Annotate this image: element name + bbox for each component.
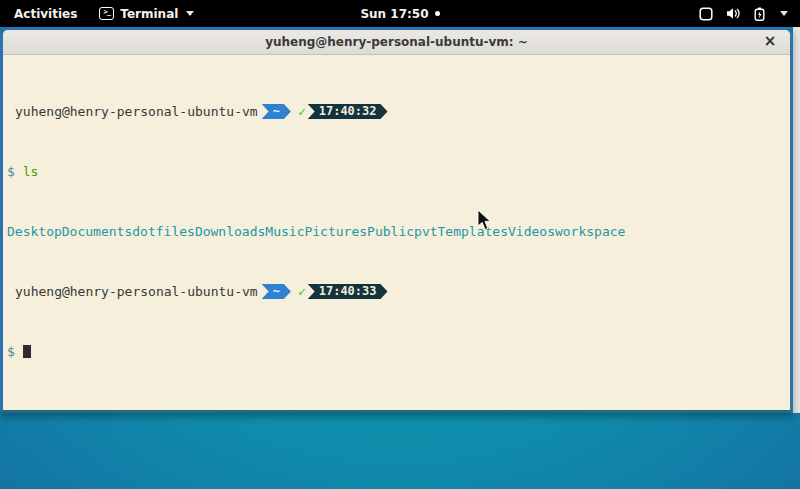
terminal-window: yuheng@henry-personal-ubuntu-vm: ~ × yuh… xyxy=(0,27,793,413)
prompt-line: yuheng@henry-personal-ubuntu-vm~✓17:40:3… xyxy=(7,104,786,119)
ls-entry: Music xyxy=(265,224,304,239)
prompt-time: 17:40:32 xyxy=(319,104,377,119)
ls-entry: Documents xyxy=(62,224,132,239)
command-line: $ ls xyxy=(7,164,786,179)
screen-icon xyxy=(699,7,713,21)
volume-icon xyxy=(726,7,741,20)
ls-entry: Templates xyxy=(438,224,508,239)
scrollbar[interactable] xyxy=(793,27,800,413)
prompt-cwd-segment: ~ xyxy=(262,104,291,119)
ls-entry: Desktop xyxy=(7,224,62,239)
window-title: yuheng@henry-personal-ubuntu-vm: ~ xyxy=(265,35,528,49)
close-button[interactable]: × xyxy=(760,31,780,51)
prompt-symbol: $ xyxy=(7,164,15,179)
app-indicator-label: Terminal xyxy=(120,7,178,21)
ls-entry: Downloads xyxy=(195,224,265,239)
prompt-time-segment: 17:40:32 xyxy=(308,104,388,119)
prompt-user-host: yuheng@henry-personal-ubuntu-vm xyxy=(15,284,258,299)
ls-entry: pvt xyxy=(414,224,437,239)
terminal-cursor xyxy=(23,345,31,358)
terminal-screen[interactable]: yuheng@henry-personal-ubuntu-vm~✓17:40:3… xyxy=(3,55,790,410)
status-check-icon: ✓ xyxy=(298,104,306,119)
ls-entry: Pictures xyxy=(304,224,367,239)
ls-entry: dotfiles xyxy=(132,224,195,239)
status-check-icon: ✓ xyxy=(298,284,306,299)
activities-button[interactable]: Activities xyxy=(0,0,91,27)
prompt-line: yuheng@henry-personal-ubuntu-vm~✓17:40:3… xyxy=(7,284,786,299)
clock-button[interactable]: Sun 17:50 xyxy=(360,7,439,21)
ls-entry: workspace xyxy=(555,224,625,239)
ls-output-line: Desktop Documents dotfiles Downloads Mus… xyxy=(7,224,786,239)
command-line-active[interactable]: $ xyxy=(7,344,786,359)
prompt-user-host: yuheng@henry-personal-ubuntu-vm xyxy=(15,104,258,119)
chevron-down-icon xyxy=(186,11,194,16)
app-indicator-terminal[interactable]: >_ Terminal xyxy=(91,0,202,27)
system-status-menu[interactable] xyxy=(687,0,800,27)
prompt-symbol: $ xyxy=(7,344,15,359)
battery-charging-icon xyxy=(754,7,765,21)
ls-entry: Videos xyxy=(508,224,555,239)
prompt-time-segment: 17:40:33 xyxy=(308,284,388,299)
prompt-cwd: ~ xyxy=(273,104,280,119)
terminal-icon: >_ xyxy=(99,7,114,20)
ls-entry: Public xyxy=(367,224,414,239)
prompt-time: 17:40:33 xyxy=(319,284,377,299)
command-spacer xyxy=(15,164,23,179)
prompt-cwd-segment: ~ xyxy=(262,284,291,299)
window-titlebar[interactable]: yuheng@henry-personal-ubuntu-vm: ~ × xyxy=(3,30,790,55)
prompt-cwd: ~ xyxy=(273,284,280,299)
chevron-down-icon xyxy=(780,11,788,16)
clock-label: Sun 17:50 xyxy=(360,7,428,21)
top-bar: Activities >_ Terminal Sun 17:50 xyxy=(0,0,800,27)
command-text: ls xyxy=(23,164,39,179)
notification-dot-icon xyxy=(435,11,440,16)
